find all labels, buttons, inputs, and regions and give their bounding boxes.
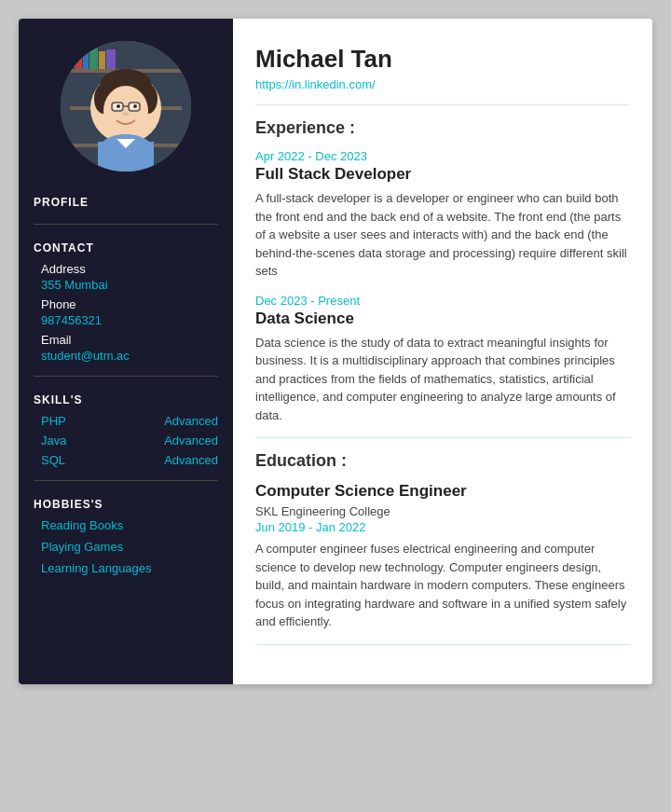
skill-row: Java Advanced <box>41 434 218 447</box>
svg-rect-9 <box>106 49 116 69</box>
skill-name: SQL <box>41 453 65 467</box>
hobbies-label: HOBBIES'S <box>34 498 103 511</box>
email-label: Email <box>41 333 218 347</box>
contact-group: Address 355 Mumbai Phone 987456321 Email… <box>34 262 218 368</box>
phone-label: Phone <box>41 297 218 311</box>
skill-name: Java <box>41 434 66 447</box>
skill-row: PHP Advanced <box>41 414 218 428</box>
profile-divider <box>34 224 218 225</box>
svg-point-17 <box>116 104 120 108</box>
svg-point-14 <box>103 86 148 136</box>
education-item: Computer Science Engineer SKL Engineerin… <box>255 482 630 631</box>
contact-label: CONTACT <box>34 241 94 255</box>
edu-degree: Computer Science Engineer <box>255 482 630 501</box>
education-title: Education : <box>255 451 630 471</box>
skill-row: SQL Advanced <box>41 453 218 467</box>
exp-role: Full Stack Developer <box>255 165 630 184</box>
svg-rect-8 <box>99 51 105 69</box>
main-divider-2 <box>255 437 630 438</box>
experience-item: Apr 2022 - Dec 2023 Full Stack Developer… <box>255 149 630 281</box>
main-content: Michael Tan https://in.linkedin.com/ Exp… <box>233 19 652 684</box>
svg-rect-6 <box>83 52 89 69</box>
linkedin-link[interactable]: https://in.linkedin.com/ <box>255 77 630 91</box>
profile-label: PROFILE <box>34 196 89 209</box>
exp-role: Data Science <box>255 310 630 328</box>
experiences-container: Apr 2022 - Dec 2023 Full Stack Developer… <box>255 149 630 424</box>
svg-rect-7 <box>89 48 98 69</box>
svg-point-18 <box>133 104 137 108</box>
svg-rect-5 <box>75 50 82 69</box>
svg-point-22 <box>123 112 129 116</box>
resume-card: PROFILE CONTACT Address 355 Mumbai Phone… <box>19 19 652 684</box>
edu-college: SKL Engineering College <box>255 504 630 518</box>
main-divider-3 <box>255 644 630 645</box>
hobby-item: Learning Languages <box>41 561 218 575</box>
avatar <box>61 41 191 172</box>
edu-desc: A computer engineer fuses electrical eng… <box>255 540 630 631</box>
contact-divider <box>34 376 218 377</box>
exp-desc: Data science is the study of data to ext… <box>255 334 630 425</box>
phone-value: 987456321 <box>41 313 218 327</box>
hobbies-list: Reading BooksPlaying GamesLearning Langu… <box>34 518 218 583</box>
skills-label: SKILL'S <box>34 393 83 406</box>
skills-divider <box>34 480 218 481</box>
skills-table: PHP Advanced Java Advanced SQL Advanced <box>34 414 218 473</box>
skill-level: Advanced <box>164 434 218 447</box>
sidebar: PROFILE CONTACT Address 355 Mumbai Phone… <box>19 19 233 684</box>
experience-title: Experience : <box>255 118 630 138</box>
hobby-item: Playing Games <box>41 540 218 554</box>
edu-date: Jun 2019 - Jan 2022 <box>255 520 630 534</box>
main-name: Michael Tan <box>255 45 630 74</box>
skill-name: PHP <box>41 414 66 428</box>
exp-desc: A full-stack developer is a developer or… <box>255 189 630 281</box>
exp-date: Apr 2022 - Dec 2023 <box>255 149 630 163</box>
main-divider-1 <box>255 104 630 105</box>
email-value: student@utm.ac <box>41 349 218 363</box>
experience-item: Dec 2023 - Present Data Science Data sci… <box>255 294 630 425</box>
skill-level: Advanced <box>164 453 218 467</box>
educations-container: Computer Science Engineer SKL Engineerin… <box>255 482 630 631</box>
hobby-item: Reading Books <box>41 518 218 532</box>
address-label: Address <box>41 262 218 276</box>
exp-date: Dec 2023 - Present <box>255 294 630 308</box>
skill-level: Advanced <box>164 414 218 428</box>
address-value: 355 Mumbai <box>41 278 218 292</box>
